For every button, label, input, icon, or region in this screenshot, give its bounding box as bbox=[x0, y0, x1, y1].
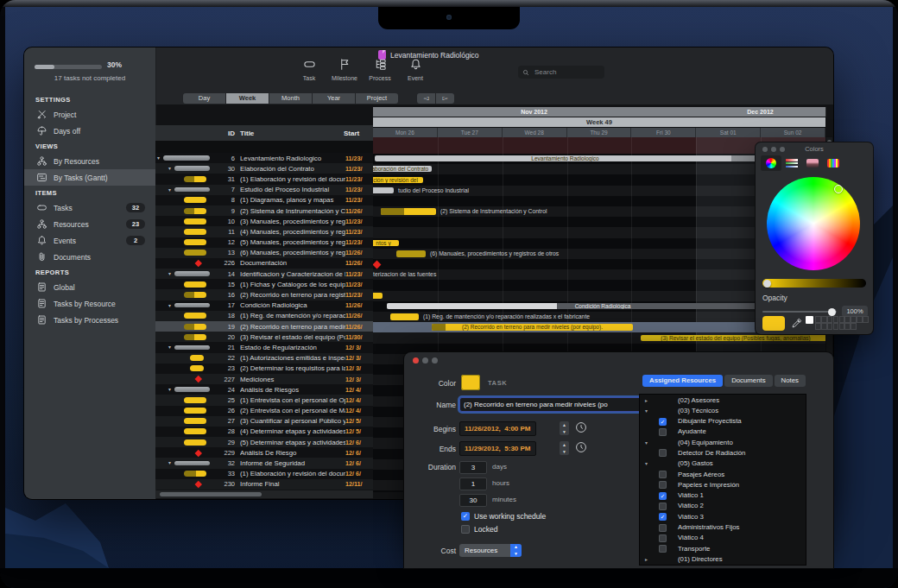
resource-row[interactable]: ▾(05) Gastos bbox=[640, 458, 806, 469]
disclosure-triangle-icon[interactable]: ▾ bbox=[645, 439, 648, 446]
column-header-start[interactable]: Start bbox=[344, 130, 373, 137]
resource-row[interactable]: Viático 4 bbox=[640, 533, 806, 543]
table-row[interactable]: 26(2) Entrevista con el personal de Mant… bbox=[155, 406, 373, 416]
color-wheel[interactable] bbox=[767, 177, 860, 270]
scale-tab-month[interactable]: Month bbox=[269, 93, 312, 104]
table-row[interactable]: 8(1) Diagramas, planos y mapas11/23/ bbox=[155, 195, 373, 205]
scroll-right-button[interactable]: ▻ bbox=[436, 93, 454, 104]
disclosure-triangle-icon[interactable]: ▾ bbox=[168, 187, 171, 193]
gantt-bar[interactable] bbox=[373, 293, 383, 300]
sidebar-item-tasks-by-processes[interactable]: Tasks by Processes bbox=[24, 312, 155, 328]
table-row[interactable]: ▾17Condición Radiológica11/26/ bbox=[155, 300, 373, 311]
image-palettes-icon[interactable] bbox=[802, 155, 823, 171]
resource-checkbox[interactable] bbox=[659, 524, 667, 532]
sidebar-item-global[interactable]: Global bbox=[24, 279, 155, 295]
tab-notes[interactable]: Notes bbox=[775, 375, 806, 387]
resource-row[interactable]: Pasajes Aéreos bbox=[640, 469, 806, 479]
resource-checkbox[interactable]: ✓ bbox=[659, 418, 667, 426]
resource-row[interactable]: ✓Dibujante Proyectista bbox=[640, 416, 806, 427]
resource-checkbox[interactable] bbox=[659, 471, 667, 478]
table-row[interactable]: 16(2) Recorrido en terreno para registra… bbox=[155, 289, 373, 300]
gantt-bar[interactable]: (2) Recorrido en terreno para medir nive… bbox=[432, 324, 633, 331]
disclosure-triangle-icon[interactable]: ▸ bbox=[645, 556, 648, 562]
resource-row[interactable]: Papeles e Impresión bbox=[640, 479, 806, 490]
begins-field[interactable]: 11/26/2012, 4:00 PM bbox=[459, 421, 536, 436]
gantt-bar[interactable] bbox=[381, 208, 436, 215]
task-name-input[interactable] bbox=[459, 397, 648, 412]
close-window-button[interactable] bbox=[413, 357, 419, 364]
sidebar-item-by-resources[interactable]: By Resources bbox=[24, 153, 155, 169]
table-row[interactable]: 29(5) Determinar etapas y actividades cr… bbox=[155, 437, 373, 447]
gantt-bar[interactable]: (3) Revisar el estado del equipo (Posibl… bbox=[641, 335, 825, 342]
empty-swatch-slot[interactable] bbox=[815, 323, 821, 330]
scroll-left-button[interactable]: ◅ bbox=[417, 93, 435, 104]
scrollbar-thumb[interactable] bbox=[160, 492, 262, 496]
brightness-knob[interactable] bbox=[763, 280, 771, 288]
color-wheel-icon[interactable] bbox=[761, 155, 781, 171]
disclosure-triangle-icon[interactable]: ▾ bbox=[645, 460, 648, 466]
sidebar-item-tasks-by-resource[interactable]: Tasks by Resource bbox=[24, 295, 155, 312]
sidebar-item-project[interactable]: Project bbox=[24, 106, 155, 123]
current-color-swatch[interactable] bbox=[762, 316, 785, 331]
ends-field[interactable]: 11/29/2012, 5:30 PM bbox=[459, 441, 536, 456]
resource-row[interactable]: Transporte bbox=[640, 543, 806, 553]
locked-checkbox[interactable] bbox=[461, 525, 470, 534]
table-row[interactable]: ▾6Levantamiento Radiologico11/23/ bbox=[155, 153, 373, 163]
empty-swatch-slot[interactable] bbox=[851, 316, 857, 323]
scale-tab-year[interactable]: Year bbox=[313, 93, 355, 104]
gantt-bar[interactable]: ción y revisión del bbox=[373, 177, 423, 184]
duration-hours-field[interactable]: 1 bbox=[459, 477, 487, 490]
empty-swatch-slot[interactable] bbox=[833, 316, 839, 323]
minimize-window-button[interactable] bbox=[422, 357, 428, 364]
table-row[interactable]: ▾32Informe de Seguridad12/ 6/ bbox=[155, 458, 373, 468]
table-row[interactable]: ▾14Identificacion y Caracterizacion de l… bbox=[155, 269, 373, 279]
begins-clock-icon[interactable] bbox=[575, 421, 587, 437]
sidebar-item-documents[interactable]: Documents bbox=[24, 249, 155, 265]
resource-checkbox[interactable] bbox=[659, 503, 667, 510]
column-header-id[interactable]: ID bbox=[155, 130, 235, 137]
table-row[interactable]: 10(3) Manuales, procedimientos y registr… bbox=[155, 216, 373, 226]
empty-swatch-slot[interactable] bbox=[839, 316, 845, 323]
resource-checkbox[interactable] bbox=[659, 449, 667, 457]
table-row[interactable]: 22(1) Autorizaciones emitidas e inspecci… bbox=[155, 353, 373, 364]
resource-checkbox[interactable]: ✓ bbox=[659, 513, 667, 521]
disclosure-triangle-icon[interactable]: ▸ bbox=[645, 397, 648, 403]
disclosure-triangle-icon[interactable]: ▾ bbox=[168, 387, 171, 393]
table-row[interactable]: 229Análisis De Riesgo12/ 6/ bbox=[155, 447, 373, 458]
resource-checkbox[interactable] bbox=[659, 481, 667, 489]
resource-row[interactable]: ▾(03) Técnicos bbox=[640, 405, 806, 415]
table-row[interactable]: 33(1) Elaboración y revisión del documen… bbox=[155, 469, 373, 479]
tab-assigned-resources[interactable]: Assigned Resources bbox=[642, 375, 723, 387]
table-row[interactable]: 9(2) Sistema de Instrumentación y Contro… bbox=[155, 205, 373, 216]
disclosure-triangle-icon[interactable]: ▾ bbox=[168, 303, 171, 309]
table-row[interactable]: ▾7Estudio del Proceso Industrial11/23/ bbox=[155, 185, 373, 195]
table-row[interactable]: 18(1) Reg. de mantención y/o reparación … bbox=[155, 311, 373, 321]
tab-documents[interactable]: Documents bbox=[724, 375, 772, 387]
table-row[interactable]: 27(3) Cuantificar al personal Público y … bbox=[155, 416, 373, 427]
gantt-bar[interactable] bbox=[396, 250, 426, 257]
toolbar-milestone-button[interactable]: Milestone bbox=[327, 58, 362, 81]
empty-swatch-slot[interactable] bbox=[863, 316, 869, 323]
toolbar-event-button[interactable]: Event bbox=[398, 58, 433, 81]
resource-row[interactable]: Ayudante bbox=[640, 427, 806, 437]
gantt-bar[interactable]: ntos y bbox=[373, 240, 399, 247]
empty-swatch-slot[interactable] bbox=[844, 323, 851, 330]
table-row[interactable]: 28(4) Determinar etapas y actividades cr… bbox=[155, 427, 373, 437]
table-row[interactable]: ▾24Análisis de Riesgos12/ 4/ bbox=[155, 384, 373, 395]
empty-swatch-slot[interactable] bbox=[833, 323, 839, 330]
resource-checkbox[interactable] bbox=[659, 534, 667, 542]
resource-checkbox[interactable]: ✓ bbox=[659, 492, 667, 500]
empty-swatch-slot[interactable] bbox=[815, 316, 821, 323]
eyedropper-icon[interactable] bbox=[791, 317, 802, 332]
search-field[interactable] bbox=[518, 66, 604, 79]
empty-swatch-slot[interactable] bbox=[827, 323, 833, 330]
table-row[interactable]: 11(4) Manuales, procedimientos y registr… bbox=[155, 226, 373, 237]
scale-tab-week[interactable]: Week bbox=[226, 93, 269, 104]
empty-swatch-slot[interactable] bbox=[821, 316, 827, 323]
table-row[interactable]: 227Mediciones12/ 3/ bbox=[155, 374, 373, 384]
cost-dropdown[interactable]: Resources ▲▼ bbox=[459, 544, 522, 557]
duration-days-field[interactable]: 3 bbox=[459, 461, 487, 474]
table-row[interactable]: ▾21Estado de Regularización12/ 3/ bbox=[155, 342, 373, 352]
resource-checkbox[interactable] bbox=[659, 428, 667, 436]
sidebar-item-by-tasks-gantt-[interactable]: By Tasks (Gantt) bbox=[24, 169, 155, 186]
